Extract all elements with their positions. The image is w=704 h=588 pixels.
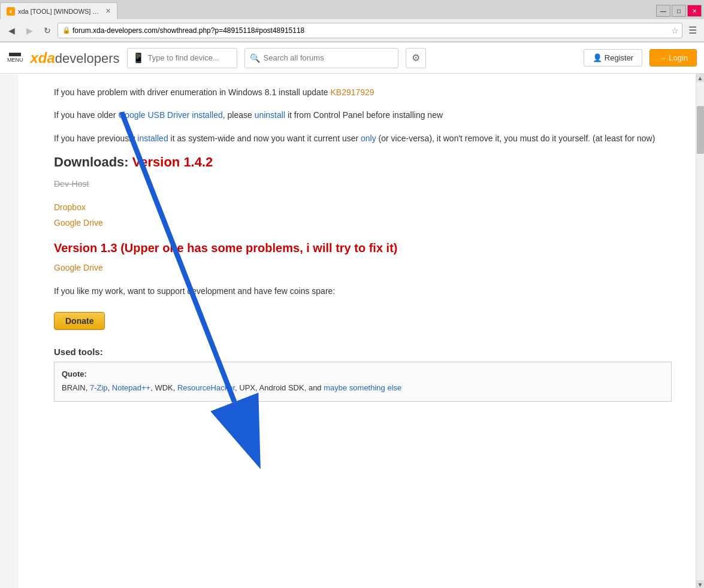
address-bar-wrapper: 🔒 ☆ (58, 23, 682, 38)
address-lock-icon: 🔒 (62, 26, 71, 34)
xda-logo[interactable]: xdadevelopers (31, 50, 120, 66)
login-button[interactable]: → Login (649, 49, 697, 66)
quote-content: BRAIN, 7-Zip, Notepad++, WDK, ResourceHa… (62, 382, 664, 394)
maybe-link[interactable]: maybe something else (324, 383, 401, 392)
logo-xda-text: xda (31, 50, 55, 66)
active-tab[interactable]: x xda [TOOL] [WINDOWS] ADB ✕ (0, 2, 117, 19)
reshacker-link[interactable]: ResourceHacker (177, 383, 235, 392)
installed-link[interactable]: installed (137, 134, 168, 143)
scrollbar: ▲ ▼ (696, 74, 704, 588)
forum-search-box[interactable]: 🔍 (244, 48, 398, 68)
device-icon: 📱 (132, 52, 144, 63)
maximize-button[interactable]: □ (672, 5, 686, 17)
scroll-up-arrow[interactable]: ▲ (696, 74, 705, 82)
hamburger-icon (9, 55, 21, 56)
devhost-link-para: Dev-Host (54, 177, 672, 190)
uninstall-link[interactable]: uninstall (255, 110, 285, 120)
window-controls: — □ ✕ (656, 5, 704, 17)
tab-title: xda [TOOL] [WINDOWS] ADB (18, 8, 102, 15)
used-tools-label: Used tools: (54, 347, 672, 357)
tab-close-button[interactable]: ✕ (105, 7, 111, 15)
devhost-strikethrough: Dev-Host (54, 179, 89, 189)
only-link[interactable]: only (361, 134, 376, 143)
register-button[interactable]: 👤 Register (584, 49, 642, 66)
donate-button[interactable]: Donate (54, 312, 105, 330)
para-system-wide: If you have previously installed it as s… (54, 132, 672, 145)
donate-button-wrapper: Donate (54, 307, 672, 335)
search-settings-button[interactable]: ⚙ (406, 48, 426, 68)
register-label: Register (605, 53, 633, 62)
address-input[interactable] (58, 23, 682, 38)
kb-link[interactable]: KB2917929 (330, 87, 374, 97)
googledrive13-link-para: Google Drive (54, 261, 672, 274)
tab-favicon: x (7, 7, 15, 16)
used-tools-section: Used tools: Quote: BRAIN, 7-Zip, Notepad… (54, 347, 672, 402)
back-button[interactable]: ◀ (4, 23, 19, 38)
browser-menu-button[interactable]: ☰ (685, 23, 700, 38)
menu-label: MENU (7, 57, 23, 63)
scroll-down-arrow[interactable]: ▼ (696, 580, 705, 588)
brain-text: BRAIN, (62, 383, 90, 392)
scroll-thumb[interactable] (697, 106, 704, 154)
browser-chrome: x xda [TOOL] [WINDOWS] ADB ✕ — □ ✕ ◀ ▶ ↻… (0, 0, 704, 43)
content-wrapper: If you have problem with driver enumerat… (0, 74, 704, 588)
close-button[interactable]: ✕ (687, 5, 702, 17)
device-search-box[interactable]: 📱 (127, 48, 237, 68)
search-icon: 🔍 (250, 53, 260, 63)
quote-box: Quote: BRAIN, 7-Zip, Notepad++, WDK, Res… (54, 362, 672, 402)
donate-text: If you like my work, want to support dev… (54, 284, 672, 298)
dropbox-link-para: Dropbox (54, 201, 672, 214)
refresh-button[interactable]: ↻ (40, 23, 55, 38)
googledrive-link-para: Google Drive (54, 216, 672, 229)
google-drive-link[interactable]: Google Drive (54, 218, 103, 228)
device-search-input[interactable] (148, 53, 232, 62)
login-label: Login (669, 53, 688, 62)
main-content: If you have problem with driver enumerat… (18, 74, 696, 588)
version-13-heading: Version 1.3 (Upper one has some problems… (54, 241, 672, 255)
downloads-label: Downloads: (54, 154, 132, 169)
login-icon: → (658, 53, 666, 62)
para-driver-enum: If you have problem with driver enumerat… (54, 86, 672, 99)
dropbox-link[interactable]: Dropbox (54, 202, 86, 212)
google-drive-13-link[interactable]: Google Drive (54, 263, 103, 272)
forward-button[interactable]: ▶ (22, 23, 37, 38)
quote-label: Quote: (62, 369, 664, 378)
nav-bar: ◀ ▶ ↻ 🔒 ☆ ☰ (0, 19, 704, 42)
tab-bar: x xda [TOOL] [WINDOWS] ADB ✕ — □ ✕ (0, 0, 704, 19)
left-sidebar (0, 74, 18, 588)
downloads-version: Version 1.4.2 (132, 154, 213, 169)
downloads-heading: Downloads: Version 1.4.2 (54, 154, 672, 170)
bookmark-star-icon[interactable]: ☆ (671, 26, 679, 35)
notepadpp-link[interactable]: Notepad++ (112, 383, 150, 392)
logo-developers-text: developers (55, 51, 120, 66)
7zip-link[interactable]: 7-Zip (90, 383, 108, 392)
site-header: MENU xdadevelopers 📱 🔍 ⚙ 👤 Register → Lo… (0, 43, 704, 74)
para-google-usb: If you have older Google USB Driver inst… (54, 108, 672, 122)
minimize-button[interactable]: — (656, 5, 670, 17)
hamburger-menu[interactable]: MENU (7, 53, 23, 63)
user-icon: 👤 (593, 53, 602, 62)
forum-search-input[interactable] (264, 53, 393, 62)
google-usb-link[interactable]: Google USB Driver installed (118, 110, 222, 120)
